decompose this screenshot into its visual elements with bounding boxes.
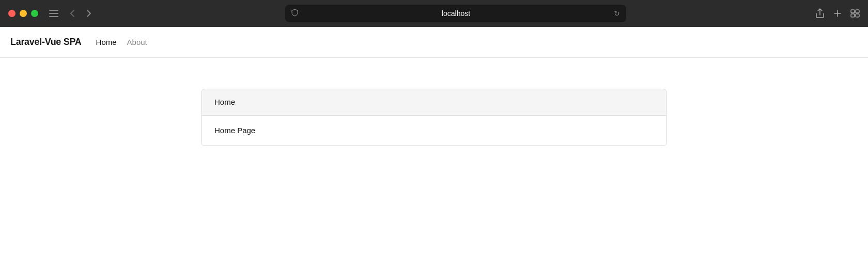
back-button[interactable] [65, 6, 80, 21]
card-header: Home [202, 89, 666, 116]
share-button[interactable] [815, 8, 825, 19]
card-header-text: Home [214, 98, 235, 106]
address-bar[interactable]: localhost ↻ [285, 5, 626, 22]
card-body-text: Home Page [214, 126, 255, 135]
browser-chrome: localhost ↻ [0, 0, 868, 27]
reload-button[interactable]: ↻ [614, 9, 620, 18]
svg-rect-3 [851, 10, 855, 13]
svg-rect-5 [851, 14, 855, 17]
new-tab-button[interactable] [833, 9, 842, 18]
nav-link-home[interactable]: Home [92, 36, 121, 49]
app-navbar: Laravel-Vue SPA Home About [0, 27, 868, 58]
nav-links: Home About [92, 36, 151, 49]
svg-rect-4 [856, 10, 859, 13]
traffic-light-close[interactable] [8, 10, 16, 17]
traffic-lights [8, 10, 38, 17]
main-content: Home Home Page [0, 58, 868, 177]
tab-overview-button[interactable] [850, 9, 860, 18]
traffic-light-minimize[interactable] [20, 10, 27, 17]
url-text: localhost [302, 9, 610, 18]
browser-right-actions [815, 8, 860, 19]
svg-rect-0 [49, 10, 58, 11]
nav-link-about[interactable]: About [123, 36, 151, 49]
content-card: Home Home Page [202, 89, 667, 146]
browser-nav-buttons [65, 6, 96, 21]
svg-rect-6 [856, 14, 859, 17]
address-bar-container: localhost ↻ [102, 5, 809, 22]
app-brand: Laravel-Vue SPA [10, 37, 82, 47]
svg-rect-2 [49, 16, 58, 17]
shield-icon [291, 9, 298, 18]
svg-rect-1 [49, 13, 58, 14]
forward-button[interactable] [82, 6, 96, 21]
sidebar-toggle-button[interactable] [49, 8, 59, 19]
traffic-light-maximize[interactable] [31, 10, 38, 17]
card-body: Home Page [202, 116, 666, 146]
